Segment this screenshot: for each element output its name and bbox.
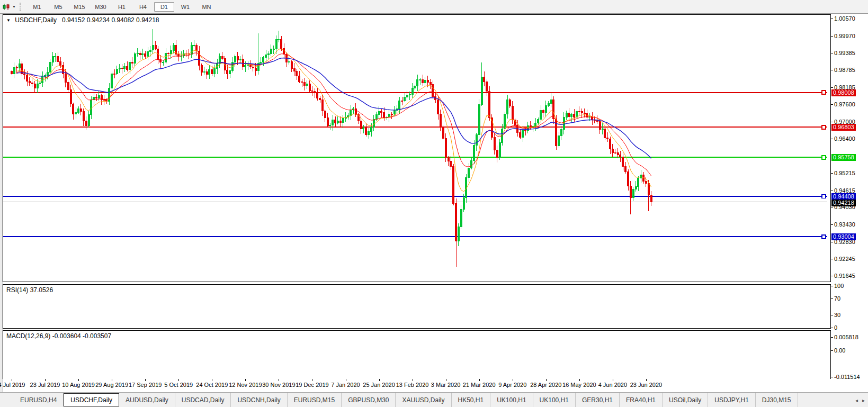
date-tick-mark: [212, 379, 212, 381]
date-tick-mark: [45, 379, 46, 381]
price-tick-mark: [831, 207, 833, 207]
timeframe-button-M1[interactable]: M1: [27, 2, 47, 12]
timeframe-button-M15[interactable]: M15: [69, 2, 90, 12]
date-tick-label: 4 Jul 2019: [0, 382, 25, 388]
chart-tab-usdchf-daily[interactable]: USDCHF,Daily: [64, 393, 119, 406]
chart-tab-usdcnh-daily[interactable]: USDCNH,Daily: [231, 393, 287, 407]
chart-ohlc-values: 0.94152 0.94234 0.94082 0.94218: [62, 16, 159, 24]
date-tick-mark: [12, 379, 12, 381]
price-axis[interactable]: 1.005700.999700.993850.987850.981850.976…: [831, 14, 868, 381]
chart-title-dropdown-icon[interactable]: ▼: [6, 18, 11, 23]
price-tick-mark: [831, 276, 833, 276]
date-tick-mark: [413, 379, 413, 381]
timeframe-button-H4[interactable]: H4: [133, 2, 153, 12]
date-tick-mark: [279, 379, 279, 381]
timeframe-button-M30[interactable]: M30: [91, 2, 111, 12]
main-chart-pane[interactable]: ▼ USDCHF,Daily 0.94152 0.94234 0.94082 0…: [3, 14, 831, 282]
price-tick-label: 0.94615: [834, 187, 855, 194]
date-tick-label: 5 Oct 2019: [164, 382, 193, 388]
chart-tab-eurusd-h4[interactable]: EURUSD,H4: [14, 393, 64, 407]
macd-indicator-pane[interactable]: MACD(12,26,9) -0.003604 -0.003507: [3, 330, 831, 379]
macd-histogram: [27, 342, 651, 374]
chart-tab-usdcad-daily[interactable]: USDCAD,Daily: [175, 393, 231, 407]
date-tick-label: 9 Apr 2020: [498, 382, 526, 388]
date-tick-mark: [446, 379, 446, 381]
price-tick-label: 0.95215: [834, 170, 855, 176]
chart-tab-eurusd-m15[interactable]: EURUSD,M15: [288, 393, 342, 407]
price-tick-mark: [831, 224, 833, 225]
macd-canvas[interactable]: [3, 331, 830, 379]
chart-type-dropdown-icon[interactable]: ▼: [12, 5, 16, 8]
price-tick-mark: [831, 191, 833, 191]
timeframe-button-W1[interactable]: W1: [175, 2, 195, 12]
chart-tab-hk50-h1[interactable]: HK50,H1: [452, 393, 491, 407]
chart-type-button[interactable]: ▼: [0, 0, 18, 14]
level-price-label: 0.93004: [831, 233, 856, 240]
price-tick-label: 0.97600: [834, 101, 855, 107]
macd-tick-mark: [831, 350, 833, 351]
chart-tab-gbpusd-m30[interactable]: GBPUSD,M30: [342, 393, 396, 407]
chart-tab-fra40-h1[interactable]: FRA40,H1: [620, 393, 663, 407]
date-axis[interactable]: 4 Jul 201923 Jul 201910 Aug 201929 Aug 2…: [3, 379, 831, 392]
chart-symbol-label: USDCHF,Daily: [15, 16, 57, 24]
date-tick-label: 23 Jun 2020: [630, 382, 663, 388]
rsi-scale-label: 30: [834, 312, 840, 318]
level-price-label: 0.96803: [831, 124, 856, 131]
level-line-handle[interactable]: [822, 156, 826, 159]
chart-tab-ger30-h1[interactable]: GER30,H1: [576, 393, 620, 407]
chart-tab-usoil-daily[interactable]: USOil,Daily: [663, 393, 708, 407]
level-price-label: 0.98008: [831, 89, 856, 96]
rsi-canvas[interactable]: [3, 285, 830, 328]
macd-signal-line: [38, 343, 651, 367]
price-chart-canvas[interactable]: [3, 15, 830, 282]
chart-tab-usdjpy-h1[interactable]: USDJPY,H1: [708, 393, 755, 407]
date-tick-mark: [178, 379, 179, 381]
chart-tab-uk100-h1[interactable]: UK100,H1: [533, 393, 576, 407]
timeframe-buttons: M1M5M15M30H1H4D1W1MN: [24, 0, 219, 13]
macd-scale-label: 0.00: [834, 347, 845, 354]
level-line-handle[interactable]: [822, 235, 826, 239]
date-tick-mark: [579, 379, 580, 381]
chart-tab-audusd-daily[interactable]: AUDUSD,Daily: [119, 393, 175, 407]
chart-tab-xauusd-daily[interactable]: XAUUSD,Daily: [396, 393, 451, 407]
date-tick-mark: [379, 379, 380, 381]
price-tick-label: 0.92245: [834, 256, 855, 262]
date-tick-label: 23 Jul 2019: [30, 382, 60, 388]
timeframe-button-MN[interactable]: MN: [196, 2, 217, 12]
date-tick-mark: [513, 379, 513, 381]
chart-tab-dj30-m15[interactable]: DJ30,M15: [756, 393, 798, 407]
rsi-scale-label: 70: [834, 295, 840, 302]
timeframe-toolbar: ▼ M1M5M15M30H1H4D1W1MN: [0, 0, 868, 14]
level-line-handle[interactable]: [822, 194, 826, 198]
rsi-line: [48, 296, 651, 323]
candles-layer: [11, 29, 652, 276]
rsi-scale-label: 0: [834, 324, 837, 331]
price-tick-mark: [831, 104, 833, 105]
date-tick-mark: [312, 379, 312, 381]
date-tick-label: 28 Apr 2020: [530, 382, 561, 388]
tab-scroll-left-icon[interactable]: ◂: [855, 397, 858, 403]
price-tick-mark: [831, 242, 833, 242]
level-line-handle[interactable]: [822, 125, 826, 129]
price-tick-mark: [831, 122, 833, 122]
level-line-handle[interactable]: [822, 91, 826, 94]
price-chart-layers: [3, 29, 830, 276]
chart-tab-uk100-h1[interactable]: UK100,H1: [490, 393, 533, 407]
moving-averages-layer: [17, 49, 651, 192]
rsi-indicator-pane[interactable]: RSI(14) 37.0526: [3, 284, 831, 329]
price-tick-mark: [831, 259, 833, 259]
date-tick-label: 19 Dec 2019: [296, 382, 328, 388]
date-tick-label: 30 Nov 2019: [262, 382, 295, 388]
date-tick-mark: [479, 379, 480, 381]
macd-tick-mark: [831, 337, 833, 338]
trading-platform-window: ▼ M1M5M15M30H1H4D1W1MN ▼ USDCHF,Daily 0.…: [0, 0, 868, 407]
macd-label: MACD(12,26,9) -0.003604 -0.003507: [6, 332, 111, 340]
timeframe-button-D1[interactable]: D1: [154, 2, 174, 12]
timeframe-button-H1[interactable]: H1: [112, 2, 132, 12]
timeframe-button-M5[interactable]: M5: [48, 2, 68, 12]
tab-scroll-right-icon[interactable]: ▸: [862, 397, 865, 403]
price-tick-label: 0.91645: [834, 273, 855, 279]
date-tick-label: 13 Feb 2020: [396, 382, 429, 388]
price-tick-label: 1.00570: [834, 15, 855, 22]
date-tick-mark: [245, 379, 246, 381]
